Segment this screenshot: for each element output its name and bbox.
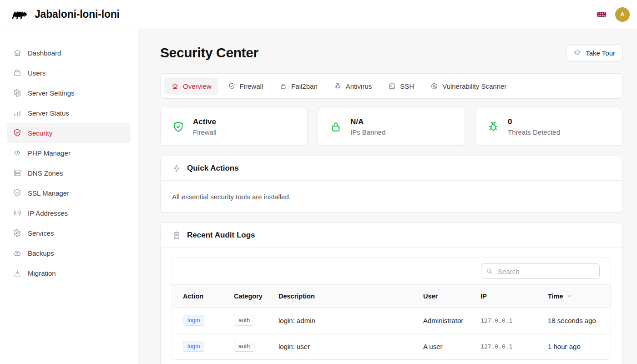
shield-check-icon (13, 128, 22, 137)
home-icon (171, 82, 179, 90)
tab-fail2ban[interactable]: Fail2ban (273, 77, 324, 95)
uk-flag-icon[interactable] (597, 11, 606, 18)
stat-card-firewall: ActiveFirewall (160, 108, 308, 146)
broadcast-icon (13, 208, 22, 217)
column-header-action: Action (172, 285, 228, 308)
stat-card-threats-detected: 0Threats Detected (475, 108, 622, 146)
sidebar-item-label: Backups (28, 249, 54, 257)
audit-table: ActionCategoryDescriptionUserIPTime logi… (172, 284, 611, 359)
sidebar-item-label: Migration (28, 269, 56, 277)
sidebar-item-backups[interactable]: Backups (7, 243, 131, 263)
sidebar-item-security[interactable]: Security (7, 123, 131, 143)
sidebar-item-label: Server Status (28, 109, 69, 117)
audit-search (481, 263, 600, 279)
category-badge: auth (234, 341, 254, 352)
gear-icon (13, 88, 22, 97)
sidebar-item-label: Server Settings (28, 89, 75, 97)
tab-firewall[interactable]: Firewall (221, 77, 270, 95)
description-cell: login: user (273, 334, 418, 359)
sidebar-item-label: PHP Manager (28, 149, 71, 157)
user-cell: A user (418, 334, 475, 359)
stat-value: N/A (350, 116, 386, 127)
stat-label: Firewall (193, 127, 217, 137)
sidebar-item-server-settings[interactable]: Server Settings (7, 83, 131, 103)
column-header-user: User (418, 285, 475, 308)
audit-search-input[interactable] (481, 263, 600, 279)
sidebar-item-dashboard[interactable]: Dashboard (7, 43, 131, 63)
bar-chart-icon (13, 108, 22, 117)
stat-value: 0 (508, 116, 560, 127)
user-cell: Administrator (418, 308, 475, 334)
tab-ssh[interactable]: SSH (381, 77, 421, 95)
chevron-down-icon (566, 293, 573, 299)
sidebar-item-ssl-manager[interactable]: SSL Manager (7, 183, 131, 203)
sidebar-item-migration[interactable]: Migration (7, 263, 131, 283)
stat-label: IPs Banned (350, 127, 386, 137)
column-label: Description (278, 293, 315, 300)
shield-check-icon (172, 121, 185, 133)
sidebar-item-label: Users (28, 69, 46, 77)
action-badge: login (183, 341, 204, 352)
shield-check-icon (13, 188, 22, 197)
column-label: Category (234, 293, 263, 300)
terminal-icon (388, 82, 396, 90)
lock-icon (329, 121, 342, 133)
tab-label: Antivirus (346, 82, 372, 90)
ip-cell: 127.0.0.1 (475, 334, 542, 359)
bug-icon (487, 121, 500, 133)
stat-card-ips-banned: N/AIPs Banned (318, 108, 465, 146)
audit-log-row: loginauthlogin: adminAdministrator127.0.… (172, 308, 611, 334)
take-tour-button[interactable]: Take Tour (566, 44, 622, 61)
boar-logo-icon (9, 8, 28, 21)
column-label: Action (183, 293, 203, 300)
sidebar-item-label: SSL Manager (28, 189, 69, 197)
audit-table-container: ActionCategoryDescriptionUserIPTime logi… (172, 258, 611, 360)
tab-label: SSH (400, 82, 414, 90)
users-drawer-icon (13, 68, 22, 77)
description-cell: login: admin (273, 308, 418, 334)
take-tour-label: Take Tour (586, 49, 615, 57)
sidebar-item-label: Dashboard (28, 49, 61, 57)
scan-icon (430, 82, 438, 90)
gear-icon (13, 228, 22, 238)
graduation-cap-icon (573, 49, 581, 57)
sidebar-item-server-status[interactable]: Server Status (7, 103, 131, 123)
tab-overview[interactable]: Overview (164, 77, 218, 95)
code-icon (13, 148, 22, 157)
sidebar-item-label: Security (28, 129, 52, 137)
sidebar-item-label: DNS Zones (28, 169, 63, 177)
header-right: A (597, 7, 630, 22)
stat-label: Threats Detected (508, 127, 560, 137)
server-stack-icon (13, 168, 22, 177)
sidebar-item-ip-addresses[interactable]: IP Addresses (7, 203, 131, 223)
main-content: Security Center Take Tour OverviewFirewa… (138, 29, 637, 364)
sidebar-item-services[interactable]: Services (7, 223, 131, 243)
stat-cards: ActiveFirewallN/AIPs Banned0Threats Dete… (160, 108, 622, 146)
sidebar-item-users[interactable]: Users (7, 63, 131, 83)
bug-icon (334, 82, 342, 90)
audit-logs-title: Recent Audit Logs (187, 231, 255, 240)
app-window: Jabaloni-loni-loni A DashboardUsersServe… (0, 0, 637, 364)
audit-logs-card: Recent Audit Logs (160, 222, 622, 364)
search-icon (485, 268, 493, 275)
tab-vulnerability-scanner[interactable]: Vulnerability Scanner (424, 77, 513, 95)
cloud-upload-icon (13, 248, 22, 258)
sidebar-item-dns-zones[interactable]: DNS Zones (7, 163, 131, 183)
lightning-icon (172, 164, 181, 173)
tab-label: Overview (183, 82, 212, 90)
column-header-time[interactable]: Time (542, 285, 611, 308)
column-label: IP (480, 293, 487, 300)
tab-label: Vulnerability Scanner (442, 82, 506, 90)
sidebar-item-php-manager[interactable]: PHP Manager (7, 143, 131, 163)
category-badge: auth (234, 315, 254, 326)
tab-label: Firewall (240, 82, 263, 90)
tab-antivirus[interactable]: Antivirus (327, 77, 379, 95)
quick-actions-card: Quick Actions All essential security too… (160, 156, 622, 212)
column-header-category: Category (228, 285, 273, 308)
quick-actions-message: All essential security tools are install… (172, 193, 611, 201)
time-cell: 1 hour ago (542, 334, 611, 359)
tab-label: Fail2ban (291, 82, 318, 90)
avatar[interactable]: A (615, 7, 630, 22)
column-header-ip: IP (475, 285, 542, 308)
stat-value: Active (193, 116, 217, 127)
